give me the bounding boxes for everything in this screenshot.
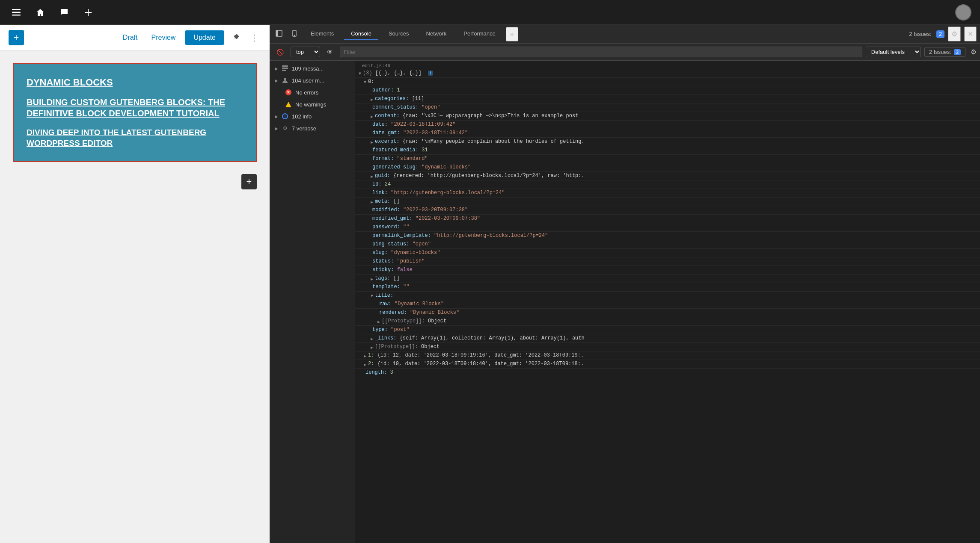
link-content: link: "http://gutenberg-blocks.local/?p=… [372, 190, 977, 196]
sticky-content: sticky: false [372, 267, 977, 273]
sidebar-item-warnings[interactable]: No warnings [270, 98, 355, 110]
expand-item0-button[interactable]: ▼ [364, 80, 366, 85]
item2-expand-button[interactable]: ▶ [364, 362, 366, 367]
links-expand-button[interactable]: ▶ [371, 336, 373, 342]
permalink-content: permalink_template: "http://gutenberg-bl… [372, 233, 977, 239]
slug-content: slug: "dynamic-blocks" [372, 250, 977, 256]
devtools-topbar: Elements Console Sources Network Perform… [270, 25, 980, 44]
excerpt-expand-button[interactable]: ▶ [371, 140, 373, 145]
meta-expand-button[interactable]: ▶ [371, 200, 373, 205]
user-icon [282, 77, 288, 84]
svg-rect-10 [282, 68, 288, 69]
content-block[interactable]: DYNAMIC BLOCKS BUILDING CUSTOM GUTENBERG… [13, 63, 257, 162]
item0-title-proto[interactable]: ▶ [[Prototype]]: Object [355, 317, 980, 326]
messages-icon [282, 65, 288, 72]
block-heading-1: DYNAMIC BLOCKS [27, 77, 243, 88]
sidebar-item-info[interactable]: ▶ i 102 info [270, 110, 355, 122]
item0-expand[interactable]: ▼ 0: [355, 78, 980, 86]
levels-select[interactable]: Default levels [866, 47, 921, 57]
more-tabs-button[interactable]: » [506, 27, 518, 41]
eye-button[interactable]: 👁 [324, 47, 336, 57]
item0-password: password: "" [355, 223, 980, 232]
menu-icon[interactable] [9, 5, 24, 20]
comment-icon[interactable] [56, 5, 72, 20]
update-button[interactable]: Update [185, 30, 224, 45]
sidebar-item-errors[interactable]: ✕ No errors [270, 86, 355, 98]
verbose-icon: ⚙ [282, 125, 288, 132]
item0-link: link: "http://gutenberg-blocks.local/?p=… [355, 189, 980, 198]
title-expand-button[interactable]: ▼ [371, 294, 373, 298]
item0-tags[interactable]: ▶ tags: [] [355, 274, 980, 283]
modified-gmt-content: modified_gmt: "2022-03-20T09:07:38" [372, 215, 977, 221]
issues-label: 2 Issues: [909, 31, 931, 37]
guid-content: guid: {rendered: 'http://gutenberg-block… [375, 173, 977, 179]
context-select[interactable]: top [291, 47, 320, 57]
item0-title[interactable]: ▼ title: [355, 292, 980, 300]
date-gmt-content: date_gmt: "2022-03-18T11:09:42" [372, 130, 977, 136]
devtools-close-button[interactable]: ✕ [964, 27, 977, 41]
draft-button[interactable]: Draft [119, 31, 142, 44]
mobile-icon[interactable] [288, 27, 300, 41]
item1-expand-button[interactable]: ▶ [364, 354, 366, 359]
add-block-button[interactable]: + [9, 30, 24, 45]
item0-guid[interactable]: ▶ guid: {rendered: 'http://gutenberg-blo… [355, 172, 980, 180]
item0-meta[interactable]: ▶ meta: [] [355, 198, 980, 206]
item0-type: type: "post" [355, 326, 980, 334]
item0-format: format: "standard" [355, 155, 980, 163]
tab-performance[interactable]: Performance [457, 28, 502, 40]
guid-expand-button[interactable]: ▶ [371, 174, 373, 179]
secondbar-settings-button[interactable]: ⚙ [971, 48, 977, 56]
categories-content: categories: [11] [375, 96, 977, 102]
item0-content[interactable]: ▶ content: {raw: '\x3C!— wp:paragraph —>… [355, 112, 980, 121]
tags-expand-button[interactable]: ▶ [371, 277, 373, 282]
item1-content: 1: {id: 12, date: '2022-03-18T09:19:16',… [368, 352, 977, 358]
ban-button[interactable]: 🚫 [273, 47, 287, 57]
no-warnings-label: No warnings [295, 101, 326, 108]
more-options-button[interactable]: ⋮ [247, 30, 261, 45]
item0-proto[interactable]: ▶ [[Prototype]]: Object [355, 343, 980, 351]
title-proto-expand-button[interactable]: ▶ [377, 319, 380, 325]
filter-input[interactable] [340, 47, 862, 57]
proto-content: [[Prototype]]: Object [375, 344, 977, 350]
proto-expand-button[interactable]: ▶ [371, 345, 373, 350]
home-icon[interactable] [33, 5, 48, 20]
dock-icon[interactable] [273, 27, 285, 41]
item0-title-raw: raw: "Dynamic Blocks" [355, 300, 980, 309]
preview-button[interactable]: Preview [147, 31, 180, 44]
item1-line[interactable]: ▶ 1: {id: 12, date: '2022-03-18T09:19:16… [355, 351, 980, 360]
item0-links[interactable]: ▶ _links: {self: Array(1), collection: A… [355, 334, 980, 343]
console-array-line[interactable]: ▼ (3) [{…}, {…}, {…}] ℹ [355, 69, 980, 78]
warning-icon [285, 101, 292, 108]
tab-console[interactable]: Console [344, 28, 378, 40]
avatar[interactable] [955, 4, 971, 21]
devtools-settings-button[interactable]: ⚙ [948, 27, 961, 41]
length-content: length: 3 [365, 369, 977, 375]
content-expand-button[interactable]: ▶ [371, 114, 373, 119]
tab-sources[interactable]: Sources [382, 28, 416, 40]
block-heading-2: BUILDING CUSTOM GUTENBERG BLOCKS: THE DE… [27, 97, 243, 119]
devtools-secondbar: 🚫 top 👁 Default levels 2 Issues: 2 ⚙ [270, 44, 980, 61]
add-block-below-button[interactable]: + [241, 174, 257, 189]
meta-content: meta: [] [375, 198, 977, 204]
tab-network[interactable]: Network [419, 28, 454, 40]
expand-array-button[interactable]: ▼ [359, 71, 361, 76]
tab-elements[interactable]: Elements [304, 28, 341, 40]
sidebar-item-messages[interactable]: ▶ 109 messa... [270, 62, 355, 74]
prev-line: edit.js:46 [355, 62, 980, 69]
settings-button[interactable] [229, 30, 242, 45]
devtools-panel: Elements Console Sources Network Perform… [270, 25, 980, 543]
editor-pane: + Draft Preview Update ⋮ DYNAMIC BLOCKS … [0, 25, 270, 543]
length-line: length: 3 [355, 369, 980, 377]
type-content: type: "post" [372, 327, 977, 333]
item0-categories[interactable]: ▶ categories: [11] [355, 95, 980, 103]
add-icon[interactable] [80, 5, 96, 20]
item0-date-gmt: date_gmt: "2022-03-18T11:09:42" [355, 129, 980, 138]
template-content: template: "" [372, 284, 977, 290]
item0-excerpt[interactable]: ▶ excerpt: {raw: '\nMany people complain… [355, 138, 980, 146]
issues-button[interactable]: 2 Issues: 2 [924, 47, 965, 57]
block-heading-3: DIVING DEEP INTO THE LATEST GUTENBERG WO… [27, 127, 243, 148]
sidebar-item-verbose[interactable]: ▶ ⚙ 7 verbose [270, 122, 355, 134]
categories-expand-button[interactable]: ▶ [371, 97, 373, 102]
sidebar-item-user-messages[interactable]: ▶ 104 user m... [270, 74, 355, 86]
item2-line[interactable]: ▶ 2: {id: 10, date: '2022-03-18T09:18:40… [355, 360, 980, 369]
